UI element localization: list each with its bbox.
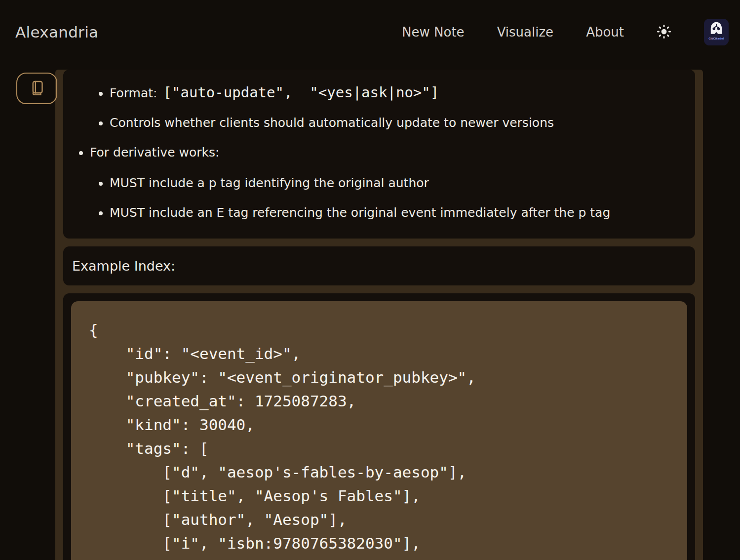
gitcitadel-logo[interactable]: GitCitadel: [704, 19, 729, 45]
theme-toggle-button[interactable]: [657, 24, 671, 40]
sub-bullet-list: Format:["auto-update", "<yes|ask|no>"] C…: [75, 83, 683, 132]
spec-rules-card: Format:["auto-update", "<yes|ask|no>"] C…: [63, 70, 695, 239]
app-title[interactable]: Alexandria: [15, 23, 98, 41]
code-line: ["i", "isbn:9780765382030"],: [89, 531, 669, 555]
sun-icon: [657, 24, 671, 40]
list-item: MUST include a p tag identifying the ori…: [110, 174, 683, 192]
code-line: "id": "<event_id>",: [89, 342, 669, 365]
list-item: For derivative works: MUST include a p t…: [90, 144, 683, 222]
top-bullet-list: For derivative works: MUST include a p t…: [75, 144, 683, 222]
must-e-text: MUST include an E tag referencing the or…: [110, 205, 610, 220]
nested-bullet-list: MUST include a p tag identifying the ori…: [90, 174, 683, 222]
top-navbar: Alexandria New Note Visualize About: [0, 0, 740, 64]
code-line: ["author", "Aesop"],: [89, 508, 669, 531]
format-code-value: ["auto-update", "<yes|ask|no>"]: [163, 84, 439, 101]
code-line: ["d", "aesop's-fables-by-aesop"],: [89, 460, 669, 484]
must-p-text: MUST include a p tag identifying the ori…: [110, 176, 429, 190]
document-panel: Format:["auto-update", "<yes|ask|no>"] C…: [55, 70, 703, 560]
code-line: {: [89, 318, 669, 342]
list-item: MUST include an E tag referencing the or…: [110, 204, 683, 222]
nav-item-about[interactable]: About: [586, 25, 624, 40]
controls-text: Controls whether clients should automati…: [110, 116, 554, 130]
nav-item-new-note[interactable]: New Note: [402, 25, 465, 40]
book-icon: [29, 80, 45, 98]
svg-text:GitCitadel: GitCitadel: [708, 37, 724, 40]
derivative-heading: For derivative works:: [90, 145, 219, 160]
code-line: "pubkey": "<event_originator_pubkey>",: [89, 365, 669, 389]
library-sidebar-button[interactable]: [16, 73, 57, 104]
nav-links: New Note Visualize About: [402, 19, 729, 45]
example-index-card: Example Index:: [63, 246, 695, 285]
list-item: Format:["auto-update", "<yes|ask|no>"]: [110, 83, 683, 102]
code-line: "created_at": 1725087283,: [89, 389, 669, 413]
code-line: "tags": [: [89, 437, 669, 460]
format-label: Format:: [110, 86, 157, 100]
json-code-block: { "id": "<event_id>", "pubkey": "<event_…: [71, 301, 687, 560]
list-item: Controls whether clients should automati…: [110, 114, 683, 132]
code-line: "kind": 30040,: [89, 413, 669, 437]
nav-item-visualize[interactable]: Visualize: [497, 25, 554, 40]
example-code-card: { "id": "<event_id>", "pubkey": "<event_…: [63, 293, 695, 560]
code-line: ["title", "Aesop's Fables"],: [89, 484, 669, 508]
example-index-label: Example Index:: [72, 258, 175, 274]
